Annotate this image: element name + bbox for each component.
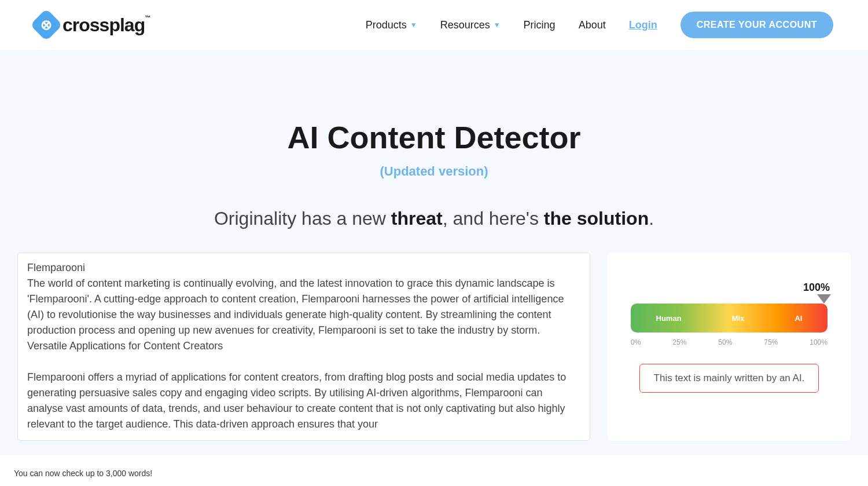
nav-resources-label: Resources bbox=[440, 19, 490, 31]
header: ⊗ crossplag™ Products ▼ Resources ▼ Pric… bbox=[0, 0, 868, 50]
page-title: AI Content Detector bbox=[17, 119, 851, 155]
nav-products-label: Products bbox=[366, 19, 407, 31]
logo-text: crossplag™ bbox=[62, 14, 150, 36]
gauge-label-human: Human bbox=[656, 314, 682, 323]
nav-products[interactable]: Products ▼ bbox=[366, 19, 417, 31]
hero-section: AI Content Detector (Updated version) Or… bbox=[0, 50, 868, 455]
content-textarea[interactable] bbox=[18, 253, 590, 440]
login-link[interactable]: Login bbox=[629, 19, 657, 31]
tick-50: 50% bbox=[718, 338, 732, 346]
gauge-ticks: 0% 25% 50% 75% 100% bbox=[631, 338, 827, 346]
gauge-bar: Human Mix AI bbox=[631, 304, 827, 332]
tick-25: 25% bbox=[672, 338, 686, 346]
nav-about[interactable]: About bbox=[579, 19, 606, 31]
create-account-button[interactable]: CREATE YOUR ACCOUNT bbox=[681, 12, 833, 38]
content-area: 100% Human Mix AI 0% 25% 50% 75% 100% Th… bbox=[17, 253, 851, 441]
tick-0: 0% bbox=[631, 338, 641, 346]
page-subtitle: (Updated version) bbox=[17, 164, 851, 179]
gauge-percentage: 100% bbox=[803, 282, 830, 294]
nav-resources[interactable]: Resources ▼ bbox=[440, 19, 501, 31]
gauge: 100% Human Mix AI 0% 25% 50% 75% 100% bbox=[631, 293, 827, 346]
tagline: Originality has a new threat, and here's… bbox=[17, 208, 851, 229]
caret-down-icon: ▼ bbox=[410, 21, 417, 29]
gauge-pointer-icon bbox=[817, 294, 831, 304]
tick-75: 75% bbox=[764, 338, 778, 346]
result-panel: 100% Human Mix AI 0% 25% 50% 75% 100% Th… bbox=[608, 253, 851, 441]
gauge-label-mix: Mix bbox=[732, 314, 745, 323]
logo-icon: ⊗ bbox=[30, 9, 63, 42]
result-message: This text is mainly written by an AI. bbox=[639, 364, 819, 393]
gauge-label-ai: AI bbox=[795, 314, 802, 323]
nav-pricing[interactable]: Pricing bbox=[524, 19, 556, 31]
caret-down-icon: ▼ bbox=[494, 21, 501, 29]
text-input-wrapper bbox=[17, 253, 590, 441]
logo[interactable]: ⊗ crossplag™ bbox=[35, 13, 150, 36]
tick-100: 100% bbox=[810, 338, 827, 346]
main-nav: Products ▼ Resources ▼ Pricing About Log… bbox=[366, 12, 833, 38]
